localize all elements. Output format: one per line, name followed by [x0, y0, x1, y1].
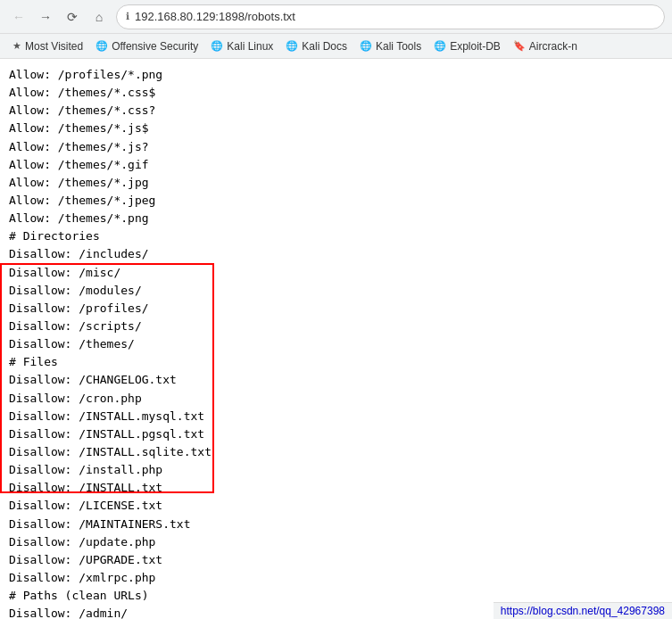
- bookmark-icon: 🔖: [513, 40, 526, 52]
- bookmark-kali-docs[interactable]: 🌐 Kali Docs: [280, 38, 353, 54]
- forward-button[interactable]: →: [34, 5, 57, 29]
- bookmark-label: Kali Docs: [302, 40, 347, 53]
- bookmark-label: Kali Linux: [227, 40, 273, 53]
- browser-toolbar: ← → ⟳ ⌂ ℹ 192.168.80.129:1898/robots.txt: [0, 0, 672, 34]
- bookmark-offensive-security[interactable]: 🌐 Offensive Security: [90, 38, 203, 54]
- back-button[interactable]: ←: [7, 5, 30, 29]
- address-bar[interactable]: ℹ 192.168.80.129:1898/robots.txt: [116, 4, 665, 29]
- bookmark-label: Aircrack-n: [529, 40, 577, 53]
- robots-text: Allow: /profiles/*.png Allow: /themes/*.…: [9, 66, 663, 619]
- bookmark-exploit-db[interactable]: 🌐 Exploit-DB: [428, 38, 506, 54]
- home-button[interactable]: ⌂: [87, 5, 111, 29]
- bookmarks-bar: ★ Most Visited 🌐 Offensive Security 🌐 Ka…: [0, 34, 672, 59]
- lock-icon: ℹ: [126, 11, 129, 22]
- globe-icon: 🌐: [434, 40, 446, 52]
- globe-icon: 🌐: [95, 40, 108, 52]
- bookmark-kali-linux[interactable]: 🌐 Kali Linux: [205, 38, 278, 54]
- bookmark-label: Kali Tools: [376, 40, 421, 53]
- page-content: Allow: /profiles/*.png Allow: /themes/*.…: [0, 59, 672, 619]
- bookmark-label: Offensive Security: [112, 40, 198, 53]
- bookmark-label: Most Visited: [25, 40, 83, 53]
- bookmark-kali-tools[interactable]: 🌐 Kali Tools: [354, 38, 427, 54]
- globe-icon: 🌐: [360, 40, 372, 52]
- globe-icon: 🌐: [286, 40, 298, 52]
- status-url: https://blog.csdn.net/qq_42967398: [501, 605, 665, 617]
- bookmark-aircrack[interactable]: 🔖 Aircrack-n: [508, 38, 583, 54]
- bookmark-label: Exploit-DB: [450, 40, 501, 53]
- star-icon: ★: [12, 40, 21, 52]
- status-bar: https://blog.csdn.net/qq_42967398: [494, 602, 672, 619]
- reload-button[interactable]: ⟳: [61, 5, 84, 29]
- address-text: 192.168.80.129:1898/robots.txt: [135, 10, 655, 23]
- nav-buttons: ← → ⟳ ⌂: [7, 5, 111, 29]
- bookmark-most-visited[interactable]: ★ Most Visited: [7, 38, 88, 54]
- globe-icon: 🌐: [211, 40, 223, 52]
